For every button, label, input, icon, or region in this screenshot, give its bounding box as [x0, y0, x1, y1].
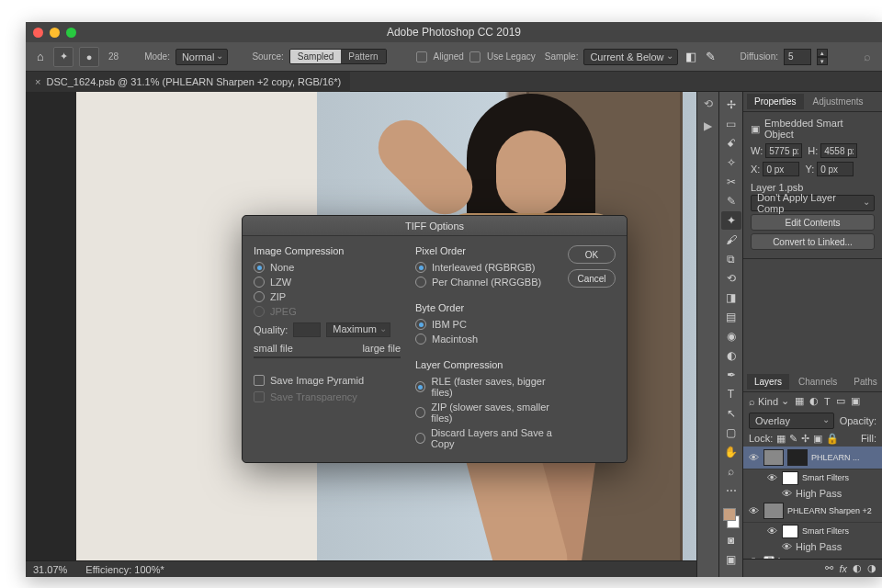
document-tab[interactable]: × DSC_1624.psb @ 31.1% (PHLEARN Sharpen …	[26, 72, 350, 92]
fx-icon[interactable]: fx	[839, 563, 847, 574]
filter-pixel-icon[interactable]: ▦	[795, 395, 804, 407]
history-icon[interactable]: ⟲	[704, 97, 713, 110]
path-selection-tool[interactable]: ↖	[721, 404, 741, 423]
x-field[interactable]: X:	[751, 162, 799, 176]
height-field[interactable]: H:	[808, 143, 857, 158]
foreground-color[interactable]	[723, 508, 736, 521]
blend-mode-select[interactable]: Overlay	[749, 413, 834, 429]
magic-wand-tool[interactable]: ✧	[721, 153, 741, 172]
search-icon[interactable]: ⌕	[860, 50, 875, 64]
diffusion-stepper[interactable]: ▴▾	[817, 49, 828, 65]
home-icon[interactable]: ⌂	[33, 50, 48, 64]
source-sampled[interactable]: Sampled	[290, 50, 341, 63]
brush-tool[interactable]: 🖌	[721, 231, 741, 249]
radio-zip-layers[interactable]: ZIP (slower saves, smaller files)	[415, 401, 562, 424]
radio-lzw[interactable]: LZW	[254, 277, 401, 288]
crop-tool[interactable]: ✂	[721, 173, 741, 191]
rectangle-tool[interactable]: ▢	[721, 424, 741, 442]
radio-ibmpc[interactable]: IBM PC	[415, 319, 562, 330]
visibility-icon[interactable]: 👁	[765, 526, 778, 537]
edit-toolbar[interactable]: ⋯	[721, 481, 741, 500]
healing-brush-tool[interactable]: ✦	[721, 211, 741, 230]
quick-mask-tool[interactable]: ◙	[721, 531, 741, 549]
marquee-tool[interactable]: ▭	[721, 115, 741, 133]
radio-zip[interactable]: ZIP	[254, 291, 401, 302]
save-pyramid-checkbox[interactable]: Save Image Pyramid	[254, 375, 401, 386]
filter-shape-icon[interactable]: ▭	[836, 395, 845, 407]
radio-none[interactable]: None	[254, 262, 401, 273]
edit-contents-button[interactable]: Edit Contents	[751, 214, 875, 231]
ok-button[interactable]: OK	[568, 245, 616, 264]
efficiency-status: Efficiency: 100%*	[85, 564, 164, 575]
ignore-adj-icon[interactable]: ◧	[684, 50, 698, 64]
tool-preset-picker[interactable]: ✦	[53, 47, 74, 67]
play-icon[interactable]: ▶	[704, 119, 712, 132]
smart-filters-row[interactable]: 👁 Smart Filters	[743, 469, 882, 487]
visibility-icon[interactable]: 👁	[747, 505, 760, 516]
radio-interleaved[interactable]: Interleaved (RGBRGB)	[415, 262, 562, 273]
close-tab-icon[interactable]: ×	[35, 76, 40, 87]
status-bar: 31.07% Efficiency: 100%*	[26, 560, 696, 577]
clone-stamp-tool[interactable]: ⧉	[721, 250, 741, 268]
lock-artboard-icon[interactable]: ▣	[813, 433, 822, 445]
visibility-icon[interactable]: 👁	[765, 472, 778, 483]
lock-all-icon[interactable]: 🔒	[826, 433, 839, 445]
mask-icon[interactable]: ◐	[853, 562, 862, 574]
blur-tool[interactable]: ◉	[721, 327, 741, 345]
tiff-options-dialog[interactable]: TIFF Options Image Compression None LZW …	[242, 215, 628, 463]
lock-pixels-icon[interactable]: ▦	[776, 433, 786, 445]
radio-perchannel[interactable]: Per Channel (RRGGBB)	[415, 277, 562, 288]
layer-list: 👁 PHLEARN ... 👁 Smart Filters 👁High Pass…	[743, 447, 882, 560]
radio-discard[interactable]: Discard Layers and Save a Copy	[415, 427, 562, 449]
source-label: Source:	[252, 51, 283, 62]
filter-type-icon[interactable]: T	[824, 396, 831, 407]
filter-highpass[interactable]: 👁High Pass	[743, 487, 882, 500]
pressure-icon[interactable]: ✎	[704, 50, 718, 64]
history-brush-tool[interactable]: ⟲	[721, 269, 741, 288]
layer-comp-select[interactable]: Don't Apply Layer Comp	[751, 195, 875, 211]
brush-preset-picker[interactable]: ●	[79, 47, 99, 67]
lock-position-icon[interactable]: ✢	[801, 433, 809, 445]
screen-mode-tool[interactable]: ▣	[721, 550, 741, 569]
move-tool[interactable]: ✢	[721, 96, 741, 114]
filter-highpass[interactable]: 👁High Pass	[743, 540, 882, 553]
radio-rle[interactable]: RLE (faster saves, bigger files)	[415, 376, 562, 398]
lock-brush-icon[interactable]: ✎	[789, 433, 797, 445]
dodge-tool[interactable]: ◐	[721, 346, 741, 365]
zoom-tool[interactable]: ⌕	[721, 462, 741, 481]
adjustment-icon[interactable]: ◑	[867, 562, 876, 574]
radio-macintosh[interactable]: Macintosh	[415, 334, 562, 345]
smart-filters-row[interactable]: 👁 Smart Filters	[743, 523, 882, 540]
pen-tool[interactable]: ✒	[721, 366, 741, 384]
aligned-checkbox[interactable]: Aligned	[416, 51, 464, 62]
hand-tool[interactable]: ✋	[721, 443, 741, 461]
tab-paths[interactable]: Paths	[846, 374, 882, 390]
diffusion-value[interactable]: 5	[784, 49, 811, 65]
type-tool[interactable]: T	[721, 385, 741, 403]
layer-item[interactable]: 👁 PHLEARN Sharpen +2	[743, 500, 882, 523]
tab-layers[interactable]: Layers	[747, 374, 789, 390]
width-field[interactable]: W:	[751, 143, 802, 158]
eraser-tool[interactable]: ◨	[721, 288, 741, 307]
filter-adj-icon[interactable]: ◐	[809, 395, 819, 407]
lasso-tool[interactable]: ꗃ	[721, 134, 741, 153]
layer-item[interactable]: 👁 PHLEARN ...	[743, 447, 882, 469]
legacy-checkbox[interactable]: Use Legacy	[469, 51, 536, 62]
link-layers-icon[interactable]: ⚯	[825, 562, 833, 574]
color-swatches[interactable]	[721, 506, 741, 530]
gradient-tool[interactable]: ▤	[721, 308, 741, 326]
source-segmented[interactable]: Sampled Pattern	[289, 49, 387, 64]
tab-properties[interactable]: Properties	[747, 94, 804, 109]
tab-adjustments[interactable]: Adjustments	[806, 94, 871, 109]
source-pattern[interactable]: Pattern	[341, 50, 385, 63]
sample-select[interactable]: Current & Below	[583, 49, 677, 65]
eyedropper-tool[interactable]: ✎	[721, 192, 741, 210]
visibility-icon[interactable]: 👁	[747, 452, 760, 463]
y-field[interactable]: Y:	[805, 162, 854, 176]
cancel-button[interactable]: Cancel	[568, 269, 616, 288]
filter-smart-icon[interactable]: ▣	[851, 395, 860, 407]
tab-channels[interactable]: Channels	[791, 374, 844, 390]
zoom-level[interactable]: 31.07%	[33, 564, 67, 575]
mode-select[interactable]: Normal	[175, 49, 228, 65]
convert-linked-button[interactable]: Convert to Linked...	[751, 233, 875, 250]
